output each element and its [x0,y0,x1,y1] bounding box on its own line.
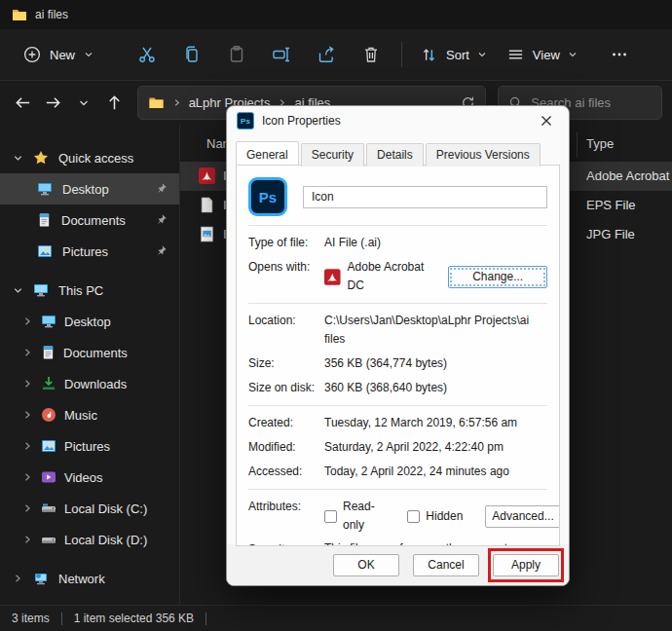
chevron-right-icon[interactable] [21,472,33,482]
file-type: EPS File [586,198,672,212]
field-value: 356 KB (364,774 bytes) [324,354,547,373]
sidebar-item-documents[interactable]: Documents [0,204,179,236]
new-button[interactable]: New [14,39,103,70]
readonly-checkbox[interactable] [324,510,337,523]
field-value: Saturday, 2 April 2022, 4:22:40 pm [324,438,547,457]
toolbar-separator [401,42,402,67]
chevron-right-icon[interactable] [21,379,33,389]
file-type: Adobe Acrobat D [586,168,672,183]
chevron-down-icon[interactable] [12,285,23,296]
file-name-input[interactable] [303,186,547,208]
tab-details[interactable]: Details [366,143,424,167]
view-button[interactable]: View [497,39,587,71]
trash-icon [361,45,381,64]
chevron-right-icon[interactable] [21,535,33,544]
hidden-label: Hidden [426,507,463,526]
sidebar-item-quick-access[interactable]: Quick access [0,142,179,173]
field-label: Opens with: [248,258,324,277]
pictures-icon [41,438,56,454]
tab-previous-versions[interactable]: Previous Versions [426,143,541,167]
opens-with-value: Adobe Acrobat DC [348,258,442,295]
chevron-right-icon[interactable] [21,410,33,420]
chevron-down-icon[interactable] [12,153,23,164]
view-button-label: View [533,48,560,62]
field-label: Size: [248,354,324,373]
sidebar-item-label: Desktop [64,315,111,329]
delete-button[interactable] [349,36,393,73]
security-row: Security: This file came from another co… [248,540,547,546]
cut-button[interactable] [125,36,169,73]
jpg-file-icon [199,226,215,242]
chevron-right-icon[interactable] [21,316,33,326]
music-icon [41,407,56,423]
chevron-right-icon[interactable] [21,503,33,513]
sidebar-item-pictures[interactable]: Pictures [0,236,179,267]
apply-button[interactable]: Apply [493,554,559,576]
navigation-pane: Quick access Desktop Documents Pictures [0,125,180,606]
sidebar-item-music[interactable]: Music [0,399,179,430]
eps-file-icon [199,197,215,213]
sidebar-item-videos[interactable]: Videos [0,462,179,493]
chevron-right-icon[interactable] [21,441,33,451]
rename-button[interactable] [259,36,304,73]
tab-general[interactable]: General [236,141,299,165]
readonly-label: Read-only [343,498,385,535]
advanced-button[interactable]: Advanced... [485,505,560,528]
chevron-right-icon [172,98,181,107]
forward-button[interactable] [40,89,66,118]
document-icon [37,212,52,228]
sidebar-item-this-pc[interactable]: This PC [0,275,179,306]
sidebar-item-downloads[interactable]: Downloads [0,368,179,399]
arrow-right-icon [44,93,62,112]
sidebar-item-local-disk-d[interactable]: Local Disk (D:) [0,524,179,555]
copy-button[interactable] [169,36,214,73]
chevron-right-icon[interactable] [12,574,23,583]
opens-with-row: Opens with: Adobe Acrobat DC Change... [248,258,547,295]
up-button[interactable] [100,89,127,118]
change-button[interactable]: Change... [448,266,547,288]
file-name-row: Ps [248,177,547,216]
sidebar-item-label: Pictures [64,439,110,454]
size-on-disk-row: Size on disk: 360 KB (368,640 bytes) [248,379,547,397]
sidebar-item-pc-documents[interactable]: Documents [0,337,179,368]
column-header-type[interactable]: Type [586,136,614,151]
chevron-right-icon[interactable] [21,348,33,357]
close-button[interactable] [534,110,559,131]
unblock-checkbox[interactable] [528,545,541,546]
field-value: Today, 2 April 2022, 24 minutes ago [324,463,547,481]
desktop-icon [41,314,56,329]
sidebar-item-pc-desktop[interactable]: Desktop [0,306,179,337]
share-button[interactable] [304,36,349,73]
paste-button[interactable] [214,36,259,73]
sidebar-item-label: Network [58,572,105,586]
status-divider [61,612,62,625]
hidden-checkbox[interactable] [407,510,420,523]
drive-icon [41,532,56,547]
sort-button[interactable]: Sort [410,39,497,71]
copy-icon [182,45,202,64]
window-tab-title: ai files [35,8,68,21]
divider [248,489,547,490]
field-label: Security: [248,540,324,546]
sidebar-item-label: Downloads [64,377,127,391]
sidebar-item-local-disk-c[interactable]: Local Disk (C:) [0,493,179,524]
more-options-button[interactable] [597,36,642,73]
rename-icon [272,45,291,64]
selection-summary: 1 item selected 356 KB [74,612,194,625]
sidebar-item-pc-pictures[interactable]: Pictures [0,430,179,462]
tab-security[interactable]: Security [301,143,364,167]
cancel-button[interactable]: Cancel [413,554,479,576]
downloads-icon [41,376,56,391]
sidebar-item-desktop[interactable]: Desktop [0,173,179,204]
sidebar-item-network[interactable]: Network [0,563,179,594]
field-value: C:\Users\Jan\Desktop\aLphr Projects\ai f… [324,312,547,349]
column-divider[interactable] [577,132,578,158]
pictures-icon [37,243,53,259]
field-label: Location: [248,312,324,330]
photoshop-file-icon: Ps [237,112,254,130]
recent-locations-button[interactable] [70,89,96,118]
back-button[interactable] [10,89,36,118]
dialog-title: Icon Properties [262,114,526,128]
ok-button[interactable]: OK [333,554,399,576]
size-row: Size: 356 KB (364,774 bytes) [248,354,547,373]
